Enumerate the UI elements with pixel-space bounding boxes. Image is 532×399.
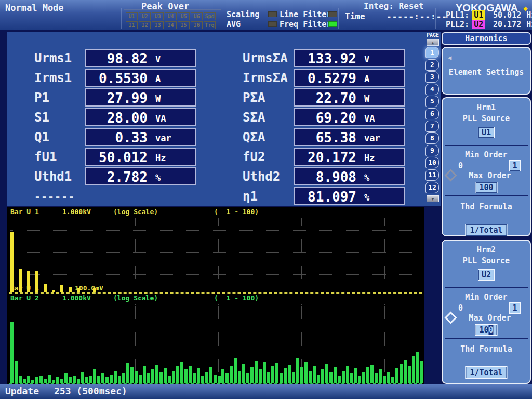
harmonic-bar <box>101 373 104 383</box>
hrm1-max-order-value[interactable]: 100 <box>475 182 497 193</box>
status-row: Freq Filter <box>280 19 337 29</box>
page-tab-5[interactable]: 5 <box>425 96 439 107</box>
page-tab-2[interactable]: 2 <box>425 59 439 71</box>
measurement-unit: var <box>155 133 171 143</box>
hrm1-min-order-value[interactable]: 1 <box>509 160 521 171</box>
measurement-unit: % <box>364 192 369 203</box>
no-data-dashes: ------ <box>34 190 75 203</box>
measurement-value: 0.5530 <box>99 71 148 86</box>
measurement-value-box: 2.782% <box>85 167 196 185</box>
page-tab-1[interactable]: 1 <box>425 47 439 58</box>
divider <box>445 338 528 339</box>
status-label: Line Filter <box>280 10 326 19</box>
update-label: Update <box>5 385 39 396</box>
gridline-h <box>10 318 422 318</box>
harmonic-bar <box>230 366 233 383</box>
harmonic-bar-charts: Bar U 11.000kV(log Scale)( 1 - 100)Bar U… <box>7 207 424 384</box>
harmonic-bar <box>358 376 361 383</box>
harmonic-bar <box>250 367 254 383</box>
measurement-value: 0.5279 <box>308 71 356 86</box>
hrm2-min-order-label: Min Order <box>443 292 530 302</box>
harmonic-bar <box>180 362 183 383</box>
page-tab-7[interactable]: 7 <box>425 121 439 132</box>
measurement-unit: V <box>155 54 161 64</box>
measurement-value-box: 0.33var <box>85 128 196 146</box>
pll2-source-badge: U2 <box>472 20 485 29</box>
page-down-button[interactable]: ▼ <box>427 195 439 202</box>
harmonic-bar <box>135 371 138 383</box>
measurement-label: QΣA <box>243 130 265 144</box>
measurement-label: η1 <box>243 189 258 204</box>
divider <box>445 195 528 196</box>
hrm1-thd-formula-value[interactable]: 1/Total <box>465 224 507 236</box>
measurement-unit: W <box>364 94 369 104</box>
harmonic-bar <box>338 376 341 383</box>
hrm2-max-order-label: Max Order <box>443 313 530 323</box>
page-tab-6[interactable]: 6 <box>425 108 439 119</box>
page-tab-9[interactable]: 9 <box>425 145 439 156</box>
harmonic-bar <box>400 364 403 383</box>
status-label: Freq Filter <box>280 20 326 29</box>
harmonic-bar <box>370 365 374 383</box>
page-tab-8[interactable]: 8 <box>425 132 439 144</box>
hrm2-min-order-option-0[interactable]: 0 <box>458 303 463 313</box>
harmonic-bar <box>130 367 134 383</box>
page-selector: PAGE ▲ 123456789101112 ▼ <box>425 32 441 206</box>
time-value: -----:--:-- <box>387 11 447 21</box>
hrm2-thd-formula-value[interactable]: 1/Total <box>465 366 507 379</box>
peak-over-cell-i6: I6 <box>191 21 203 29</box>
measurement-label: Uthd2 <box>243 169 280 184</box>
harmonic-bar <box>69 287 72 292</box>
hrm2-settings-group: Hrm2 PLL Source U2 Min Order 0 1 Max Ord… <box>442 240 531 384</box>
measurement-value: 69.20 <box>316 110 356 126</box>
measurement-unit: % <box>155 172 161 183</box>
harmonic-bar <box>304 362 308 383</box>
header-divider <box>121 8 122 29</box>
page-tab-12[interactable]: 12 <box>425 182 439 193</box>
harmonic-bar <box>288 365 291 383</box>
harmonic-bar <box>151 369 154 383</box>
menu-title: Harmonics <box>442 32 531 45</box>
harmonic-bar <box>69 377 72 383</box>
status-bar: Update 253 (500msec) <box>0 384 532 399</box>
harmonic-bar <box>209 367 212 383</box>
chart-scale-note: (log Scale) <box>113 208 158 216</box>
hrm2-title: Hrm2 <box>443 245 530 255</box>
harmonic-bar <box>126 363 129 383</box>
page-tab-3[interactable]: 3 <box>425 71 439 83</box>
page-tab-10[interactable]: 10 <box>425 157 439 168</box>
element-settings-button[interactable]: ◀ Element Settings <box>442 47 531 95</box>
harmonic-bar <box>366 367 369 383</box>
harmonic-bar <box>184 369 188 383</box>
measurement-label: IrmsΣA <box>243 71 288 85</box>
harmonic-bar <box>114 371 117 383</box>
harmonic-bar <box>97 376 100 383</box>
gridline-v <box>52 218 52 292</box>
measurement-label: Urms1 <box>34 51 72 65</box>
hrm2-min-order-value[interactable]: 1 <box>509 302 521 314</box>
measurement-value: 20.172 <box>308 150 356 165</box>
hrm1-min-order-option-0[interactable]: 0 <box>458 161 463 170</box>
page-tab-11[interactable]: 11 <box>425 169 439 181</box>
hrm1-title: Hrm1 <box>443 103 530 112</box>
harmonic-bar <box>89 376 92 383</box>
hrm2-max-order-value[interactable]: 100 <box>475 324 497 336</box>
hrm2-pll-source-value[interactable]: U2 <box>478 269 495 281</box>
harmonic-bar <box>73 376 76 383</box>
chart-order-range: ( 1 - 100) <box>214 208 259 216</box>
harmonic-bar <box>93 288 96 292</box>
gridline-h <box>10 252 422 253</box>
page-up-button[interactable]: ▲ <box>427 39 439 46</box>
freq-filter-led <box>328 21 337 27</box>
harmonic-bar <box>242 364 245 383</box>
harmonic-bar <box>321 369 324 383</box>
harmonic-bar <box>110 375 113 383</box>
header-divider <box>221 8 221 29</box>
hrm1-pll-source-value[interactable]: U1 <box>478 127 495 138</box>
harmonic-bar <box>334 367 337 383</box>
measurement-value: 28.00 <box>107 110 148 126</box>
page-tab-4[interactable]: 4 <box>425 84 439 95</box>
gridline-v <box>177 218 177 292</box>
gridline-h <box>10 274 422 275</box>
chart-baseline <box>9 383 422 384</box>
